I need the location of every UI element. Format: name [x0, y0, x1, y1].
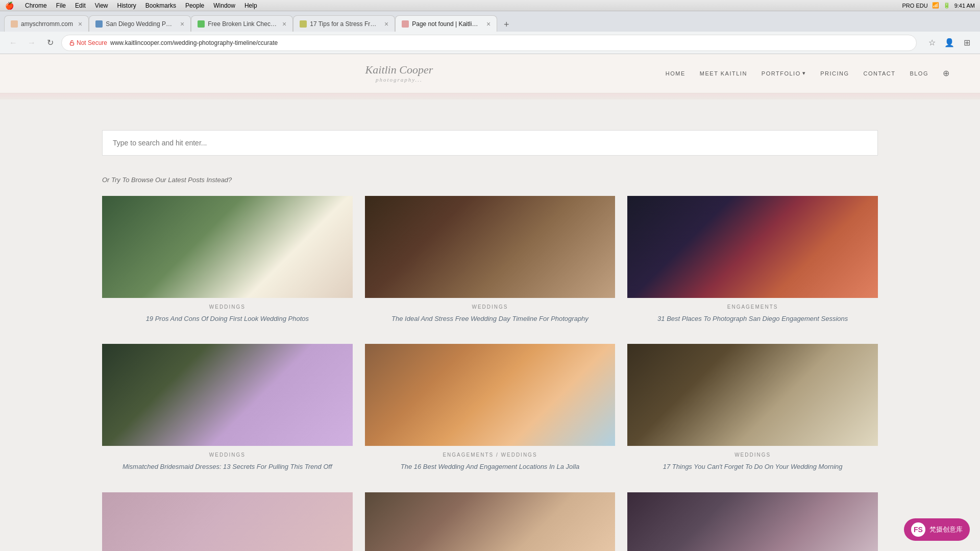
site-logo[interactable]: Kaitlin Cooper photography...: [365, 63, 433, 84]
search-container: [102, 130, 878, 156]
search-input[interactable]: [102, 130, 878, 156]
tab-broken-link[interactable]: Free Broken Link Checker – ch... ×: [191, 15, 293, 32]
nav-contact[interactable]: CONTACT: [864, 70, 896, 77]
overlay-widget[interactable]: FS 梵摄创意库: [904, 518, 970, 541]
not-secure-indicator: Not Secure: [69, 39, 107, 46]
tab-amyschrromm[interactable]: amyschrromm.com ×: [4, 15, 89, 32]
post-image: [365, 492, 616, 551]
menu-view[interactable]: View: [95, 2, 108, 9]
tab-close-button[interactable]: ×: [78, 20, 82, 28]
post-item[interactable]: [102, 492, 353, 551]
post-item[interactable]: [627, 492, 878, 551]
post-title: 31 Best Places To Photograph San Diego E…: [627, 314, 878, 324]
nav-blog[interactable]: BLOG: [910, 70, 928, 77]
menu-chrome[interactable]: Chrome: [25, 2, 47, 9]
post-image: [102, 344, 353, 446]
bookmark-icon[interactable]: ☆: [925, 36, 939, 50]
tab-title: 17 Tips for a Stress Free Wedd...: [310, 20, 379, 28]
chevron-down-icon: ▾: [802, 70, 806, 77]
tab-title: amyschrromm.com: [21, 20, 73, 28]
tab-bar: amyschrromm.com × San Diego Wedding Phot…: [0, 11, 980, 32]
post-image: [365, 344, 616, 446]
overlay-icon: FS: [911, 522, 925, 537]
svg-rect-0: [70, 42, 74, 45]
menu-edit[interactable]: Edit: [75, 2, 86, 9]
post-title: 19 Pros And Cons Of Doing First Look Wed…: [102, 314, 353, 324]
logo-text: Kaitlin Cooper: [365, 63, 433, 76]
post-item[interactable]: ENGAGEMENTS / WEDDINGS The 16 Best Weddi…: [365, 344, 616, 472]
nav-home[interactable]: HOME: [666, 70, 685, 77]
post-image: [627, 492, 878, 551]
post-title: Mismatched Bridesmaid Dresses: 13 Secret…: [102, 462, 353, 472]
tab-favicon: [95, 20, 103, 28]
url-text: www.kaitlincooper.com/wedding-photograph…: [110, 39, 278, 46]
browse-title: Or Try To Browse Our Latest Posts Instea…: [102, 176, 878, 184]
site-nav: HOME MEET KAITLIN PORTFOLIO ▾ PRICING CO…: [666, 68, 949, 78]
tab-title: San Diego Wedding Photogr...: [106, 20, 175, 28]
post-item[interactable]: [365, 492, 616, 551]
new-tab-button[interactable]: +: [499, 17, 513, 32]
forward-button[interactable]: →: [24, 36, 39, 50]
post-image: [627, 196, 878, 298]
nav-portfolio[interactable]: PORTFOLIO ▾: [762, 70, 806, 77]
menu-bookmarks[interactable]: Bookmarks: [145, 2, 176, 9]
site-header: Kaitlin Cooper photography... HOME MEET …: [0, 54, 980, 93]
tab-favicon: [198, 20, 205, 28]
menu-people[interactable]: People: [185, 2, 204, 9]
post-item[interactable]: ENGAGEMENTS 31 Best Places To Photograph…: [627, 196, 878, 324]
tab-title: Page not found | Kaitlin Coope...: [412, 20, 481, 28]
post-item[interactable]: WEDDINGS 19 Pros And Cons Of Doing First…: [102, 196, 353, 324]
menu-history[interactable]: History: [117, 2, 136, 9]
macos-menubar: 🍎 Chrome File Edit View History Bookmark…: [0, 0, 980, 11]
post-category: WEDDINGS: [102, 452, 353, 458]
tab-san-diego[interactable]: San Diego Wedding Photogr... ×: [89, 15, 191, 32]
tab-favicon: [11, 20, 18, 28]
post-image: [365, 196, 616, 298]
post-image: [102, 196, 353, 298]
post-item[interactable]: WEDDINGS The Ideal And Stress Free Weddi…: [365, 196, 616, 324]
menubar-time: 9:41 AM: [954, 3, 975, 9]
menu-window[interactable]: Window: [213, 2, 235, 9]
tab-favicon: [402, 20, 409, 28]
post-title: The Ideal And Stress Free Wedding Day Ti…: [365, 314, 616, 324]
tab-close-button[interactable]: ×: [486, 20, 491, 28]
nav-meet-kaitlin[interactable]: MEET KAITLIN: [700, 70, 747, 77]
tab-favicon: [300, 20, 307, 28]
tab-close-button[interactable]: ×: [282, 20, 286, 28]
post-image: [102, 492, 353, 551]
url-bar[interactable]: Not Secure www.kaitlincooper.com/wedding…: [61, 35, 917, 51]
site-main: Or Try To Browse Our Latest Posts Instea…: [0, 99, 980, 551]
back-button[interactable]: ←: [6, 36, 20, 50]
nav-pricing[interactable]: PRICING: [820, 70, 849, 77]
post-item[interactable]: WEDDINGS 17 Things You Can't Forget To D…: [627, 344, 878, 472]
post-title: The 16 Best Wedding And Engagement Locat…: [365, 462, 616, 472]
tab-title: Free Broken Link Checker – ch...: [208, 20, 277, 28]
extensions-icon[interactable]: ⊞: [960, 36, 974, 50]
post-image: [627, 344, 878, 446]
share-icon[interactable]: ⊕: [943, 68, 949, 78]
post-title: 17 Things You Can't Forget To Do On Your…: [627, 462, 878, 472]
header-divider: [0, 93, 980, 99]
post-category: WEDDINGS: [365, 304, 616, 310]
browser-chrome: amyschrromm.com × San Diego Wedding Phot…: [0, 11, 980, 54]
posts-grid: WEDDINGS 19 Pros And Cons Of Doing First…: [102, 196, 878, 551]
profile-icon[interactable]: 👤: [942, 36, 957, 50]
logo-sub: photography...: [365, 77, 433, 83]
post-category: ENGAGEMENTS: [627, 304, 878, 310]
website-content: Kaitlin Cooper photography... HOME MEET …: [0, 54, 980, 551]
menubar-wifi: 📶: [932, 2, 939, 9]
post-category: WEDDINGS: [102, 304, 353, 310]
overlay-label: 梵摄创意库: [929, 525, 963, 534]
post-item[interactable]: WEDDINGS Mismatched Bridesmaid Dresses: …: [102, 344, 353, 472]
tab-close-button[interactable]: ×: [180, 20, 184, 28]
menu-file[interactable]: File: [56, 2, 66, 9]
menubar-pro-edu: PRO EDU: [902, 3, 928, 9]
tab-page-not-found[interactable]: Page not found | Kaitlin Coope... ×: [395, 15, 497, 32]
post-category: WEDDINGS: [627, 452, 878, 458]
menu-help[interactable]: Help: [244, 2, 257, 9]
tab-17-tips[interactable]: 17 Tips for a Stress Free Wedd... ×: [293, 15, 395, 32]
post-category: ENGAGEMENTS / WEDDINGS: [365, 452, 616, 458]
tab-close-button[interactable]: ×: [384, 20, 388, 28]
reload-button[interactable]: ↻: [43, 36, 57, 50]
apple-menu[interactable]: 🍎: [5, 2, 14, 10]
